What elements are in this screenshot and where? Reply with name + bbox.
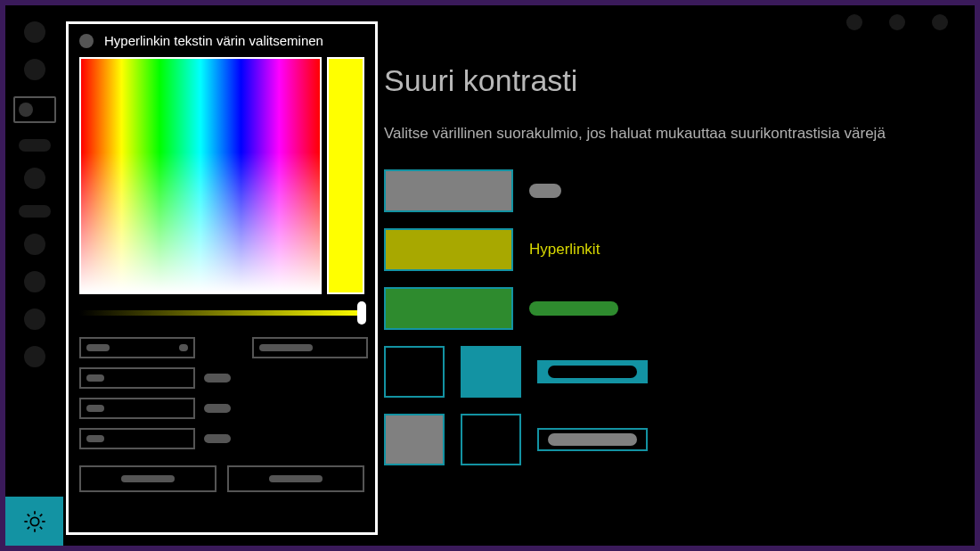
- swatch-hyperlink-label: Hyperlinkit: [529, 241, 600, 259]
- swatch-row-disabled: [384, 287, 948, 330]
- window-max-icon[interactable]: [889, 14, 905, 30]
- field-g-label: [204, 404, 231, 413]
- swatch-row-hyperlink: Hyperlinkit: [384, 228, 948, 271]
- cancel-button[interactable]: [227, 465, 364, 492]
- color-fields: [79, 337, 364, 449]
- ok-button[interactable]: [79, 465, 216, 492]
- field-r[interactable]: [79, 367, 195, 389]
- window-min-icon[interactable]: [846, 14, 862, 30]
- color-spectrum[interactable]: [79, 57, 322, 294]
- rail-item-2[interactable]: [24, 59, 45, 80]
- color-preview: [327, 57, 364, 294]
- field-g-row: [79, 398, 231, 419]
- window-controls: [846, 14, 948, 30]
- field-b-row: [79, 428, 231, 449]
- sidebar-rail: [5, 5, 63, 546]
- color-picker-dialog: Hyperlinkin tekstin värin valitseminen: [66, 21, 378, 535]
- field-hex[interactable]: [252, 337, 368, 358]
- picker-title: Hyperlinkin tekstin värin valitseminen: [104, 33, 323, 48]
- rail-pill-2[interactable]: [19, 205, 51, 218]
- swatch-button-fg[interactable]: [384, 414, 445, 465]
- back-icon[interactable]: [79, 34, 94, 48]
- brightness-button[interactable]: [5, 497, 63, 546]
- brightness-icon: [22, 509, 47, 534]
- rail-item-4[interactable]: [24, 234, 45, 255]
- swatch-selected-bg[interactable]: [461, 346, 521, 398]
- window-close-icon[interactable]: [932, 14, 948, 30]
- swatch-text-label: [529, 184, 561, 198]
- field-r-label: [204, 374, 231, 382]
- field-g[interactable]: [79, 398, 195, 419]
- swatch-disabled-label: [529, 301, 618, 316]
- picker-header: Hyperlinkin tekstin värin valitseminen: [79, 33, 364, 48]
- swatch-row-text: [384, 169, 948, 212]
- svg-point-0: [30, 517, 38, 525]
- field-model[interactable]: [79, 337, 195, 358]
- value-slider[interactable]: [79, 310, 364, 316]
- field-r-row: [79, 367, 231, 389]
- swatch-selected-fg[interactable]: [384, 346, 445, 398]
- rail-item-7[interactable]: [24, 346, 45, 367]
- swatch-selected-label-box: [537, 360, 648, 383]
- field-b-label: [204, 434, 231, 443]
- rail-item-selected[interactable]: [13, 96, 56, 123]
- swatch-selected-label: [548, 366, 637, 378]
- swatch-button-bg[interactable]: [461, 414, 521, 465]
- rail-pill-1[interactable]: [19, 139, 51, 152]
- instruction-text: Valitse värillinen suorakulmio, jos halu…: [384, 125, 948, 143]
- svg-line-6: [39, 526, 41, 528]
- page-title: Suuri kontrasti: [384, 63, 948, 98]
- swatch-disabled[interactable]: [384, 287, 513, 330]
- rail-item-1[interactable]: [24, 21, 45, 43]
- swatch-button-label: [548, 433, 637, 446]
- swatch-row-button: [384, 414, 948, 465]
- svg-line-5: [27, 514, 29, 515]
- swatch-button-label-box: [537, 428, 648, 451]
- svg-line-7: [27, 526, 29, 528]
- swatch-row-selected: [384, 346, 948, 398]
- field-b[interactable]: [79, 428, 195, 449]
- main-content: Suuri kontrasti Valitse värillinen suora…: [384, 63, 948, 481]
- swatch-text[interactable]: [384, 169, 513, 212]
- picker-body: [79, 57, 364, 294]
- slider-thumb[interactable]: [357, 301, 366, 325]
- svg-line-8: [39, 514, 41, 515]
- rail-item-5[interactable]: [24, 271, 45, 292]
- swatch-hyperlink[interactable]: [384, 228, 513, 271]
- rail-item-6[interactable]: [24, 308, 45, 330]
- picker-buttons: [79, 465, 364, 492]
- rail-item-3[interactable]: [24, 168, 45, 189]
